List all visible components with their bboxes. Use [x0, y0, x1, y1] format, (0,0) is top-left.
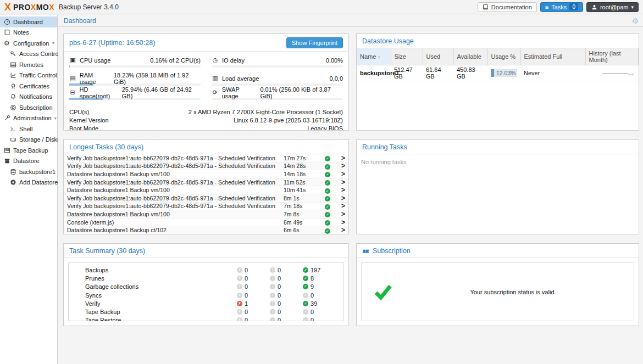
task-row[interactable]: Verify Job backupstore1:auto-bb622079-db… — [64, 194, 348, 203]
summary-row-tape-backup[interactable]: Tape Backup ✗0 !0 ✓0 — [69, 307, 343, 316]
column-header-available[interactable]: Available — [453, 48, 487, 65]
product-name: Backup Server 3.4.0 — [59, 3, 119, 11]
host-status-panel: pbs-6-27 (Uptime: 16:50:28) Show Fingerp… — [63, 33, 349, 131]
dashboard-gauge-icon — [3, 18, 10, 25]
collapse-chevron-icon[interactable]: ▾ — [54, 116, 57, 121]
summary-row-backups[interactable]: Backups ✗0 !0 ✓197 — [69, 266, 343, 274]
task-summary-panel: Task Summary (30 days) Backups ✗0 !0 ✓19… — [63, 243, 349, 326]
task-open-chevron-icon[interactable]: > — [335, 219, 345, 226]
gears-icon: ⚙ — [3, 40, 10, 47]
database-icon — [9, 168, 16, 175]
task-row[interactable]: Verify Job backupstore1:auto-bb622079-db… — [64, 163, 348, 171]
task-open-chevron-icon[interactable]: > — [335, 154, 345, 162]
cpu-usage-stat: ▣CPU usage0.16% of 2 CPU(s) — [69, 56, 201, 68]
sidebar-item-access-control[interactable]: Access Control — [0, 49, 57, 60]
summary-row-syncs[interactable]: Syncs ✗0 !0 ✓0 — [69, 291, 343, 299]
documentation-button[interactable]: Documentation — [478, 2, 537, 12]
ram-usage-stat: ▤RAM usage18.23% (359.18 MiB of 1.92 GiB… — [69, 74, 201, 86]
task-list-icon: ≡ — [545, 4, 548, 10]
ok-count-icon: ✓ — [303, 267, 308, 273]
ok-count-icon: ✓ — [303, 301, 308, 306]
user-label: root@pam — [600, 4, 629, 10]
sidebar-item-configuration[interactable]: ⚙ Configuration ▾ — [0, 38, 57, 49]
terminal-icon — [9, 125, 16, 132]
summary-row-tape-restore[interactable]: Tape Restore ✗0 !0 ✓0 — [69, 316, 343, 321]
task-open-chevron-icon[interactable]: > — [335, 194, 345, 202]
chevron-down-icon: ▾ — [631, 4, 634, 10]
running-tasks-panel: Running Tasks No running tasks — [356, 139, 639, 234]
sidebar-item-traffic-control[interactable]: Traffic Control — [0, 70, 57, 81]
summary-row-garbage-collections[interactable]: Garbage collections ✗0 !0 ✓9 — [69, 283, 343, 291]
sort-ascending-icon: ↑ — [378, 54, 380, 60]
column-header-estimated-full[interactable]: Estimated Full — [520, 48, 585, 65]
certificate-seal-icon — [9, 82, 16, 89]
sidebar-item-remotes[interactable]: Remotes — [0, 59, 57, 70]
ok-count-icon: ✓ — [303, 284, 308, 289]
task-row[interactable]: Datastore backupstore1 Backup vm/10014m … — [64, 170, 348, 178]
note-icon — [3, 29, 10, 36]
load-average-stat: ▥Load average0,0,0 — [212, 74, 343, 86]
sidebar-item-add-datastore[interactable]: Add Datastore — [0, 177, 57, 188]
task-row[interactable]: Console (xterm.js)6m 49s✓> — [64, 219, 348, 227]
sidebar-item-storage-disks[interactable]: Storage / Disks — [0, 135, 57, 145]
longest-tasks-title: Longest Tasks (30 days) — [69, 143, 143, 151]
task-row[interactable]: Verify Job backupstore1:auto-bb622079-db… — [64, 154, 348, 163]
warning-count-icon: ! — [270, 284, 275, 289]
dashboard-settings-gear-icon[interactable]: ⚙ — [631, 17, 639, 25]
collapse-chevron-icon[interactable]: ▾ — [52, 41, 54, 46]
error-count-icon: ✗ — [237, 309, 242, 315]
task-open-chevron-icon[interactable]: > — [335, 186, 345, 194]
sidebar-item-certificates[interactable]: Certificates — [0, 81, 57, 92]
remotes-list-icon — [9, 61, 16, 68]
proxmox-x-icon: X — [4, 2, 11, 12]
clock-icon: ◷ — [212, 57, 219, 64]
task-open-chevron-icon[interactable]: > — [335, 170, 345, 178]
task-open-chevron-icon[interactable]: > — [335, 178, 345, 186]
page-title: Dashboard — [64, 17, 96, 25]
tasks-button[interactable]: ≡ Tasks 0 — [540, 2, 583, 12]
sidebar-item-datastore[interactable]: Datastore — [0, 156, 57, 167]
task-row[interactable]: Verify Job backupstore1:auto-bb622079-db… — [64, 178, 348, 187]
sidebar-item-subscription[interactable]: Subscription — [0, 102, 57, 113]
user-menu-button[interactable]: root@pam ▾ — [586, 2, 639, 12]
column-header-used[interactable]: Used — [423, 48, 453, 65]
warning-count-icon: ! — [270, 276, 275, 281]
task-ok-icon: ✓ — [325, 220, 330, 226]
show-fingerprint-button[interactable]: Show Fingerprint — [286, 37, 343, 48]
sidebar-item-administration[interactable]: Administration ▾ — [0, 113, 57, 124]
column-header-usage[interactable]: Usage % — [487, 48, 520, 65]
task-row[interactable]: Datastore backupstore1 Backup ct/1026m 6… — [64, 226, 348, 234]
usage-percent-bar: 12.03% — [491, 69, 517, 77]
subscription-panel: Subscription Your subscription status is… — [356, 243, 639, 326]
tasks-label: Tasks — [551, 4, 567, 10]
summary-row-verify[interactable]: Verify ✗1 !0 ✓39 — [69, 299, 343, 307]
task-row[interactable]: Datastore backupstore1 Backup vm/1007m 8… — [64, 210, 348, 219]
task-ok-icon: ✓ — [325, 172, 330, 177]
column-header-name[interactable]: Name ↑ — [357, 48, 391, 65]
task-row[interactable]: Verify Job backupstore1:auto-bb622079-db… — [64, 203, 348, 211]
cpu-progress-bar — [69, 65, 201, 68]
column-header-history[interactable]: History (last Month) — [585, 48, 639, 65]
task-ok-icon: ✓ — [325, 156, 330, 161]
warning-count-icon: ! — [270, 309, 275, 315]
hdd-icon: ⊟ — [69, 89, 76, 96]
task-ok-icon: ✓ — [325, 228, 330, 234]
task-open-chevron-icon[interactable]: > — [335, 202, 345, 210]
summary-row-prunes[interactable]: Prunes ✗0 !0 ✓8 — [69, 274, 343, 282]
sidebar-item-tape-backup[interactable]: Tape Backup — [0, 145, 57, 156]
sidebar-item-notes[interactable]: Notes — [0, 27, 57, 38]
task-open-chevron-icon[interactable]: > — [335, 162, 345, 170]
ok-count-icon: ✓ — [303, 293, 308, 298]
task-open-chevron-icon[interactable]: > — [335, 210, 345, 218]
breadcrumb-bar: Dashboard ⚙ — [58, 15, 643, 27]
task-row[interactable]: Datastore backupstore1 Backup vm/10010m … — [64, 186, 348, 194]
sidebar-item-backupstore1[interactable]: backupstore1 — [0, 166, 57, 177]
error-count-icon: ✗ — [237, 317, 242, 321]
sidebar-item-dashboard[interactable]: Dashboard — [0, 16, 57, 27]
task-open-chevron-icon[interactable]: > — [335, 226, 345, 234]
sidebar-item-shell[interactable]: Shell — [0, 124, 57, 135]
datastore-row-backupstore1[interactable]: backupstore1 512.47 GB 61.64 GB 450.83 G… — [357, 65, 639, 81]
sidebar-item-notifications[interactable]: Notifications — [0, 92, 57, 103]
wrench-icon — [3, 115, 10, 122]
column-header-size[interactable]: Size — [391, 48, 423, 65]
